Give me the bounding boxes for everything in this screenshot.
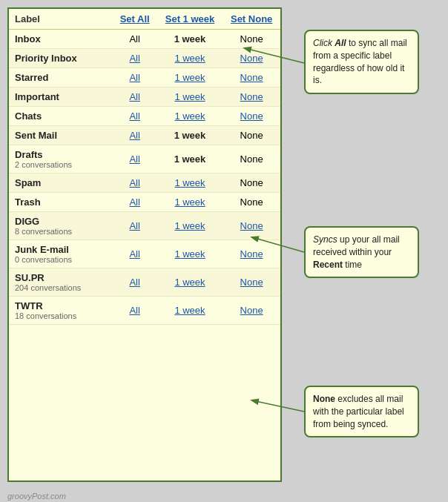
week-cell-starred[interactable]: 1 week bbox=[157, 68, 223, 87]
all-link-sentmail[interactable]: All bbox=[129, 130, 139, 141]
set-none-link[interactable]: Set None bbox=[231, 13, 272, 24]
week-cell-twtr[interactable]: 1 week bbox=[157, 297, 223, 325]
all-cell-spam[interactable]: All bbox=[113, 174, 157, 193]
all-link-supr[interactable]: All bbox=[129, 277, 139, 288]
none-cell-starred[interactable]: None bbox=[223, 68, 280, 87]
week-cell-junkemail[interactable]: 1 week bbox=[157, 240, 223, 268]
week-bold-drafts: 1 week bbox=[174, 153, 206, 165]
all-link-digg[interactable]: All bbox=[129, 220, 139, 231]
label-name-chats: Chats bbox=[15, 110, 107, 122]
all-cell-twtr[interactable]: All bbox=[113, 297, 157, 325]
week-link-priority[interactable]: 1 week bbox=[174, 53, 205, 64]
week-cell-trash[interactable]: 1 week bbox=[157, 193, 223, 212]
none-link-digg[interactable]: None bbox=[240, 220, 263, 231]
none-link-twtr[interactable]: None bbox=[240, 305, 263, 316]
none-link-junkemail[interactable]: None bbox=[240, 248, 263, 260]
col-header-setnone[interactable]: Set None bbox=[223, 9, 280, 30]
label-cell-chats: Chats bbox=[9, 107, 113, 126]
table-row: Priority InboxAll1 weekNone bbox=[9, 49, 280, 68]
all-link-twtr[interactable]: All bbox=[129, 305, 139, 316]
set-week-link[interactable]: Set 1 week bbox=[165, 13, 215, 24]
label-cell-inbox: Inbox bbox=[9, 30, 113, 49]
all-link-spam[interactable]: All bbox=[129, 177, 139, 188]
week-link-chats[interactable]: 1 week bbox=[174, 110, 205, 122]
none-cell-drafts: None bbox=[223, 145, 280, 174]
all-cell-important[interactable]: All bbox=[113, 87, 157, 107]
week-link-twtr[interactable]: 1 week bbox=[174, 305, 205, 316]
table-row: StarredAll1 weekNone bbox=[9, 68, 280, 87]
week-link-trash[interactable]: 1 week bbox=[174, 196, 205, 208]
none-link-starred[interactable]: None bbox=[240, 72, 263, 83]
week-link-supr[interactable]: 1 week bbox=[174, 277, 205, 288]
all-cell-junkemail[interactable]: All bbox=[113, 240, 157, 268]
col-header-setweek[interactable]: Set 1 week bbox=[157, 9, 223, 30]
table-row: InboxAll1 weekNone bbox=[9, 30, 280, 49]
label-name-trash: Trash bbox=[15, 196, 107, 208]
set-all-link[interactable]: Set All bbox=[120, 13, 150, 24]
none-link-supr[interactable]: None bbox=[240, 277, 263, 288]
all-cell-sentmail[interactable]: All bbox=[113, 126, 157, 145]
label-cell-priority: Priority Inbox bbox=[9, 49, 113, 68]
all-cell-drafts[interactable]: All bbox=[113, 145, 157, 174]
none-cell-supr[interactable]: None bbox=[223, 268, 280, 297]
none-link-important[interactable]: None bbox=[240, 91, 263, 102]
none-cell-junkemail[interactable]: None bbox=[223, 240, 280, 268]
label-name-priority: Priority Inbox bbox=[15, 53, 107, 64]
table-body: InboxAll1 weekNonePriority InboxAll1 wee… bbox=[9, 30, 280, 325]
none-cell-sentmail: None bbox=[223, 126, 280, 145]
label-name-sentmail: Sent Mail bbox=[15, 130, 107, 141]
all-cell-chats[interactable]: All bbox=[113, 107, 157, 126]
all-link-priority[interactable]: All bbox=[129, 53, 139, 64]
label-count-drafts: 2 conversations bbox=[15, 160, 107, 169]
table-row: ImportantAll1 weekNone bbox=[9, 87, 280, 107]
all-cell-digg[interactable]: All bbox=[113, 212, 157, 240]
col-header-setall[interactable]: Set All bbox=[113, 9, 157, 30]
week-bold-inbox: 1 week bbox=[174, 33, 206, 44]
week-cell-important[interactable]: 1 week bbox=[157, 87, 223, 107]
all-link-trash[interactable]: All bbox=[129, 196, 139, 208]
callout-bottom-text: None excludes all mail with the particul… bbox=[313, 394, 404, 429]
all-link-drafts[interactable]: All bbox=[129, 153, 139, 165]
week-link-junkemail[interactable]: 1 week bbox=[174, 248, 205, 260]
label-cell-important: Important bbox=[9, 87, 113, 107]
label-name-junkemail: Junk E-mail bbox=[15, 244, 107, 255]
label-count-supr: 204 conversations bbox=[15, 283, 107, 292]
week-link-important[interactable]: 1 week bbox=[174, 91, 205, 102]
all-link-junkemail[interactable]: All bbox=[129, 248, 139, 260]
none-cell-digg[interactable]: None bbox=[223, 212, 280, 240]
label-cell-sentmail: Sent Mail bbox=[9, 126, 113, 145]
week-cell-spam[interactable]: 1 week bbox=[157, 174, 223, 193]
week-link-starred[interactable]: 1 week bbox=[174, 72, 205, 83]
none-cell-priority[interactable]: None bbox=[223, 49, 280, 68]
none-link-priority[interactable]: None bbox=[240, 53, 263, 64]
label-name-important: Important bbox=[15, 91, 107, 102]
label-name-supr: SU.PR bbox=[15, 272, 107, 283]
week-cell-drafts: 1 week bbox=[157, 145, 223, 174]
callout-middle: Syncs up your all mail received within y… bbox=[304, 226, 419, 278]
all-cell-supr[interactable]: All bbox=[113, 268, 157, 297]
none-cell-twtr[interactable]: None bbox=[223, 297, 280, 325]
table-row: TrashAll1 weekNone bbox=[9, 193, 280, 212]
all-cell-starred[interactable]: All bbox=[113, 68, 157, 87]
all-cell-priority[interactable]: All bbox=[113, 49, 157, 68]
week-link-digg[interactable]: 1 week bbox=[174, 220, 205, 231]
week-link-spam[interactable]: 1 week bbox=[174, 177, 205, 188]
all-link-starred[interactable]: All bbox=[129, 72, 139, 83]
none-cell-important[interactable]: None bbox=[223, 87, 280, 107]
all-link-chats[interactable]: All bbox=[129, 110, 139, 122]
week-cell-priority[interactable]: 1 week bbox=[157, 49, 223, 68]
table-row: DIGG8 conversationsAll1 weekNone bbox=[9, 212, 280, 240]
label-count-digg: 8 conversations bbox=[15, 227, 107, 236]
all-cell-trash[interactable]: All bbox=[113, 193, 157, 212]
week-cell-digg[interactable]: 1 week bbox=[157, 212, 223, 240]
none-link-chats[interactable]: None bbox=[240, 110, 263, 122]
label-cell-twtr: TWTR18 conversations bbox=[9, 297, 113, 325]
week-cell-supr[interactable]: 1 week bbox=[157, 268, 223, 297]
week-cell-chats[interactable]: 1 week bbox=[157, 107, 223, 126]
none-cell-trash: None bbox=[223, 193, 280, 212]
none-cell-chats[interactable]: None bbox=[223, 107, 280, 126]
all-link-important[interactable]: All bbox=[129, 91, 139, 102]
label-count-twtr: 18 conversations bbox=[15, 311, 107, 320]
table-wrapper: Label Set All Set 1 week Set None InboxA… bbox=[7, 7, 282, 482]
table-row: TWTR18 conversationsAll1 weekNone bbox=[9, 297, 280, 325]
